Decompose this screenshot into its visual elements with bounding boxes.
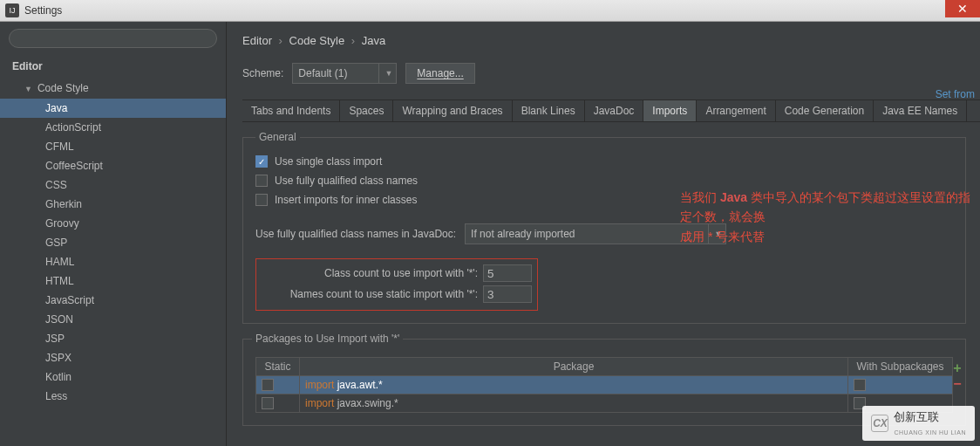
names-count-label: Names count to use static import with '*… (262, 288, 478, 300)
names-count-input[interactable] (483, 285, 532, 303)
chevron-right-icon: › (279, 34, 282, 47)
window-title: Settings (24, 4, 62, 17)
titlebar: IJ Settings ✕ (0, 0, 980, 22)
watermark-brand: 创新互联 (894, 410, 939, 423)
tree-leaf-less[interactable]: Less (0, 387, 226, 406)
scheme-label: Scheme: (242, 67, 283, 79)
use-fq-label: Use fully qualified class names (275, 175, 418, 187)
tree-leaf-coffeescript[interactable]: CoffeeScript (0, 156, 226, 175)
watermark: CX 创新互联 CHUANG XIN HU LIAN (862, 406, 975, 441)
chevron-right-icon: › (351, 34, 355, 47)
tab-java-ee-names[interactable]: Java EE Names (874, 100, 967, 121)
row-buttons: + − (949, 360, 965, 392)
insert-inner-label: Insert imports for inner classes (275, 194, 417, 206)
class-count-label: Class count to use import with '*': (262, 267, 478, 279)
class-count-input[interactable] (483, 264, 532, 282)
tabs: Tabs and IndentsSpacesWrapping and Brace… (242, 99, 980, 122)
packages-legend: Packages to Use Import with '*' (252, 333, 403, 345)
annotation: 当我们 Java 类中导入的某个包下类超过这里设置的指定个数，就会换 成用 * … (680, 188, 980, 246)
tree-group-code-style[interactable]: Code Style (0, 78, 226, 99)
tree-leaf-css[interactable]: CSS (0, 175, 226, 195)
tab-tabs-and-indents[interactable]: Tabs and Indents (242, 100, 340, 121)
tab-javadoc[interactable]: JavaDoc (585, 100, 644, 121)
chevron-down-icon: ▼ (378, 64, 392, 83)
insert-inner-checkbox[interactable] (255, 194, 268, 206)
static-checkbox[interactable] (262, 379, 274, 391)
tree-leaf-haml[interactable]: HAML (0, 252, 226, 271)
app-icon: IJ (5, 3, 19, 17)
highlight-box: Class count to use import with '*': Name… (255, 258, 538, 311)
use-fq-checkbox[interactable] (255, 175, 268, 187)
static-checkbox[interactable] (262, 397, 274, 409)
tree-leaf-javascript[interactable]: JavaScript (0, 291, 226, 310)
fq-javadoc-value: If not already imported (471, 228, 575, 240)
sidebar: ⌕ Editor Code Style JavaActionScriptCFML… (0, 22, 227, 446)
tree-leaf-kotlin[interactable]: Kotlin (0, 367, 226, 387)
scheme-value: Default (1) (298, 67, 347, 79)
tree-leaf-actionscript[interactable]: ActionScript (0, 118, 226, 137)
table-row[interactable]: import javax.swing.* (256, 395, 953, 413)
tab-arrangement[interactable]: Arrangement (697, 100, 775, 121)
tree-leaf-java[interactable]: Java (0, 99, 226, 118)
tree-leaf-cfml[interactable]: CFML (0, 137, 226, 156)
tab-wrapping-and-braces[interactable]: Wrapping and Braces (393, 100, 512, 121)
watermark-logo: CX (871, 415, 888, 432)
col-subpackages: With Subpackages (848, 358, 953, 376)
tab-imports[interactable]: Imports (643, 100, 697, 121)
packages-group: Packages to Use Import with '*' Static P… (242, 333, 966, 426)
tree-leaf-gherkin[interactable]: Gherkin (0, 195, 226, 214)
watermark-sub: CHUANG XIN HU LIAN (894, 429, 966, 436)
tree-leaf-jsp[interactable]: JSP (0, 329, 226, 348)
use-single-label: Use single class import (275, 155, 382, 168)
tree-leaf-gsp[interactable]: GSP (0, 233, 226, 252)
set-from-link[interactable]: Set from (936, 88, 980, 100)
add-row-button[interactable]: + (949, 360, 965, 376)
table-row[interactable]: import java.awt.* (256, 376, 953, 395)
general-legend: General (255, 131, 300, 143)
breadcrumb: Editor › Code Style › Java (242, 34, 980, 47)
close-button[interactable]: ✕ (945, 0, 980, 17)
use-single-checkbox[interactable] (255, 155, 268, 168)
subpackages-checkbox[interactable] (854, 379, 866, 391)
tab-spaces[interactable]: Spaces (340, 100, 393, 121)
scheme-combo[interactable]: Default (1) ▼ (292, 63, 397, 84)
main-panel: Editor › Code Style › Java Scheme: Defau… (227, 22, 980, 446)
tab-code-generation[interactable]: Code Generation (776, 100, 874, 121)
fq-javadoc-label: Use fully qualified class names in JavaD… (255, 228, 456, 240)
tree-leaf-json[interactable]: JSON (0, 310, 226, 329)
settings-tree: Editor Code Style JavaActionScriptCFMLCo… (0, 55, 226, 446)
tree-root[interactable]: Editor (0, 55, 226, 78)
packages-table: Static Package With Subpackages import j… (255, 357, 953, 413)
tree-leaf-groovy[interactable]: Groovy (0, 214, 226, 233)
search-input[interactable] (9, 29, 217, 48)
manage-button[interactable]: Manage... (405, 63, 474, 84)
tree-leaf-jspx[interactable]: JSPX (0, 348, 226, 367)
crumb[interactable]: Editor (242, 34, 272, 47)
col-package: Package (300, 358, 848, 376)
col-static: Static (256, 358, 300, 376)
tree-leaf-html[interactable]: HTML (0, 271, 226, 291)
remove-row-button[interactable]: − (949, 376, 965, 392)
tab-blank-lines[interactable]: Blank Lines (513, 100, 585, 121)
crumb[interactable]: Code Style (289, 34, 345, 47)
crumb[interactable]: Java (362, 34, 385, 47)
